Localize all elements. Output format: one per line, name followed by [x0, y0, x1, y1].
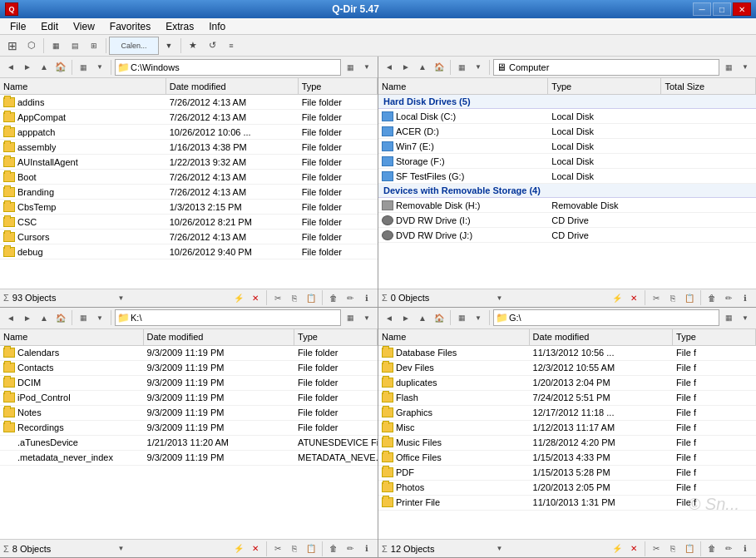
col-type[interactable]: Type	[299, 78, 378, 94]
tb-drop[interactable]: ▼	[160, 37, 178, 55]
pane-tr-addr-text[interactable]: Computer	[509, 62, 717, 72]
pane-tr-view[interactable]: ▦	[454, 60, 469, 75]
pane-tr-drop2[interactable]: ▼	[738, 60, 753, 75]
close-button[interactable]: ✕	[733, 2, 751, 16]
menu-extras[interactable]: Extras	[159, 19, 200, 34]
pane-br-props[interactable]: ℹ	[738, 541, 753, 556]
pane-tl-view-drop[interactable]: ▼	[92, 60, 107, 75]
pane-br-flash[interactable]: ⚡	[610, 541, 625, 556]
pane-tl-props[interactable]: ℹ	[359, 290, 374, 305]
pane-tl-del[interactable]: 🗑	[326, 290, 341, 305]
list-item[interactable]: Win7 (E:) Local Disk	[378, 139, 756, 154]
pane-tl-copy[interactable]: ⎘	[287, 290, 302, 305]
col-size[interactable]: Total Size	[661, 78, 756, 94]
tb-grid[interactable]: ▦	[47, 37, 65, 55]
minimize-button[interactable]: ─	[693, 2, 711, 16]
pane-br-drop2[interactable]: ▼	[738, 310, 753, 325]
list-item[interactable]: Boot 7/26/2012 4:13 AM File folder	[0, 170, 378, 185]
pane-br-view-drop[interactable]: ▼	[471, 310, 486, 325]
pane-tl-fwd[interactable]: ►	[20, 60, 35, 75]
list-item[interactable]: DCIM 9/3/2009 11:19 PM File folder	[0, 376, 378, 391]
menu-file[interactable]: File	[3, 19, 32, 34]
col-date[interactable]: Date modified	[166, 78, 299, 94]
list-item[interactable]: Office Files 1/15/2013 4:33 PM File f	[378, 451, 756, 466]
menu-info[interactable]: Info	[202, 19, 232, 34]
list-item[interactable]: Local Disk (C:) Local Disk	[378, 109, 756, 124]
pane-tl-drop-btn[interactable]: ▼	[113, 290, 128, 305]
pane-tr-cut[interactable]: ✂	[649, 290, 664, 305]
list-item[interactable]: Cursors 7/26/2012 4:13 AM File folder	[0, 230, 378, 244]
list-item[interactable]: Removable Disk (H:) Removable Disk	[378, 198, 756, 213]
pane-tr-props[interactable]: ℹ	[738, 290, 753, 305]
list-item[interactable]: Printer File 11/10/2013 1:31 PM File f	[378, 496, 756, 511]
pane-br-ren[interactable]: ✏	[721, 541, 736, 556]
pane-bl-view-btn[interactable]: ▦	[343, 310, 358, 325]
list-item[interactable]: Branding 7/26/2012 4:13 AM File folder	[0, 185, 378, 200]
pane-br-drop-btn[interactable]: ▼	[492, 541, 506, 556]
col-type[interactable]: Type	[294, 329, 378, 345]
list-item[interactable]: DVD RW Drive (I:) CD Drive	[378, 213, 756, 228]
pane-bl-cancel[interactable]: ✕	[248, 541, 263, 556]
list-item[interactable]: duplicates 1/20/2013 2:04 PM File f	[378, 376, 756, 391]
pane-bl-view-drop[interactable]: ▼	[92, 310, 107, 325]
col-name[interactable]: Name	[0, 329, 144, 345]
pane-bl-copy[interactable]: ⎘	[287, 541, 302, 556]
pane-br-del[interactable]: 🗑	[704, 541, 719, 556]
col-name[interactable]: Name	[378, 329, 530, 345]
pane-bl-ren[interactable]: ✏	[343, 541, 358, 556]
pane-tl-view-icon[interactable]: ▦	[76, 60, 91, 75]
list-item[interactable]: Graphics 12/17/2012 11:18 ... File f	[378, 406, 756, 421]
col-date[interactable]: Date modified	[144, 329, 295, 345]
pane-tr-back[interactable]: ◄	[382, 60, 397, 75]
list-item[interactable]: .aTunesDevice 1/21/2013 11:20 AM ATUNESD…	[0, 436, 378, 451]
pane-br-cut[interactable]: ✂	[649, 541, 664, 556]
pane-bl-paste[interactable]: 📋	[304, 541, 319, 556]
list-item[interactable]: Database Files 11/13/2012 10:56 ... File…	[378, 346, 756, 361]
list-item[interactable]: DVD RW Drive (J:) CD Drive	[378, 228, 756, 243]
list-item[interactable]: iPod_Control 9/3/2009 11:19 PM File fold…	[0, 391, 378, 406]
pane-tr-up[interactable]: ▲	[415, 60, 430, 75]
col-type[interactable]: Type	[673, 329, 756, 345]
tb-btn-1[interactable]: ⊞	[3, 37, 22, 55]
pane-bl-addr-text[interactable]: K:\	[131, 313, 338, 323]
pane-br-up[interactable]: ▲	[415, 310, 430, 325]
pane-bl-file-list[interactable]: Calendars 9/3/2009 11:19 PM File folder …	[0, 346, 378, 540]
pane-br-copy[interactable]: ⎘	[665, 541, 680, 556]
list-item[interactable]: Contacts 9/3/2009 11:19 PM File folder	[0, 361, 378, 376]
pane-tl-file-list[interactable]: addins 7/26/2012 4:13 AM File folder App…	[0, 95, 378, 289]
tb-grid3[interactable]: ⊞	[85, 37, 103, 55]
pane-tl-addr-text[interactable]: C:\Windows	[131, 62, 338, 72]
list-item[interactable]: debug 10/26/2012 9:40 PM File folder	[0, 244, 378, 259]
pane-br-file-list[interactable]: Database Files 11/13/2012 10:56 ... File…	[378, 346, 756, 540]
tb-caln[interactable]: Calen...	[109, 37, 159, 55]
list-item[interactable]: Storage (F:) Local Disk	[378, 154, 756, 169]
col-name[interactable]: Name	[0, 78, 166, 94]
pane-tr-drop-btn[interactable]: ▼	[492, 290, 506, 305]
pane-br-view[interactable]: ▦	[454, 310, 469, 325]
pane-bl-back[interactable]: ◄	[3, 310, 18, 325]
pane-br-addr-text[interactable]: G:\	[509, 313, 717, 323]
tb-refresh[interactable]: ↺	[203, 37, 221, 55]
pane-tl-view-btn[interactable]: ▦	[343, 60, 358, 75]
pane-tr-copy[interactable]: ⎘	[665, 290, 680, 305]
pane-bl-fwd[interactable]: ►	[20, 310, 35, 325]
pane-bl-drop-btn[interactable]: ▼	[113, 541, 128, 556]
pane-tr-del[interactable]: 🗑	[704, 290, 719, 305]
pane-tr-flash[interactable]: ⚡	[610, 290, 625, 305]
pane-tr-view-btn[interactable]: ▦	[721, 60, 736, 75]
list-item[interactable]: apppatch 10/26/2012 10:06 ... File folde…	[0, 125, 378, 140]
pane-tl-back[interactable]: ◄	[3, 60, 18, 75]
pane-tr-cancel[interactable]: ✕	[626, 290, 641, 305]
pane-tl-drop2[interactable]: ▼	[359, 60, 374, 75]
list-item[interactable]: CSC 10/26/2012 8:21 PM File folder	[0, 215, 378, 230]
pane-tl-paste[interactable]: 📋	[304, 290, 319, 305]
tb-grid2[interactable]: ▤	[66, 37, 84, 55]
pane-bl-flash[interactable]: ⚡	[231, 541, 246, 556]
pane-bl-cut[interactable]: ✂	[270, 541, 285, 556]
list-item[interactable]: .metadata_never_index 9/3/2009 11:19 PM …	[0, 451, 378, 466]
list-item[interactable]: Recordings 9/3/2009 11:19 PM File folder	[0, 421, 378, 436]
pane-bl-props[interactable]: ℹ	[359, 541, 374, 556]
pane-tr-paste[interactable]: 📋	[682, 290, 697, 305]
list-item[interactable]: PDF 1/15/2013 5:28 PM File f	[378, 466, 756, 481]
pane-tl-home[interactable]: 🏠	[53, 60, 68, 75]
